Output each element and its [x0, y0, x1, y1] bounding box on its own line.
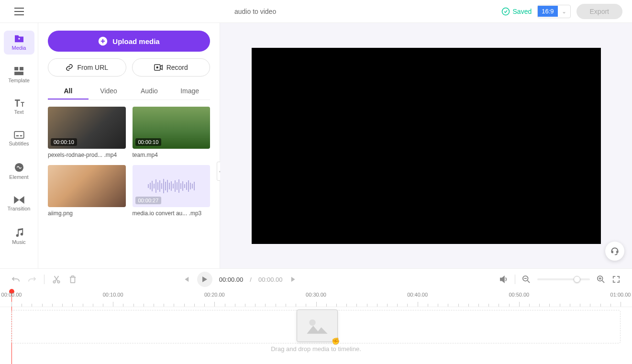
transition-icon: [14, 196, 24, 204]
ruler-label: 00:30.00: [306, 292, 326, 298]
nav-template[interactable]: Template: [4, 63, 34, 87]
chevron-down-icon: ⌄: [558, 8, 570, 15]
saved-status: Saved: [501, 7, 532, 16]
svg-point-9: [53, 281, 55, 283]
ruler-label: 00:40.00: [407, 292, 428, 298]
svg-point-10: [57, 281, 59, 283]
template-icon: [14, 67, 24, 76]
menu-button[interactable]: [0, 8, 38, 15]
record-button[interactable]: Record: [132, 58, 211, 77]
timeline-drop-zone[interactable]: ✊: [11, 310, 621, 343]
svg-point-0: [502, 8, 509, 15]
tab-audio[interactable]: Audio: [129, 83, 170, 99]
play-button[interactable]: [197, 272, 212, 287]
project-title[interactable]: audio to video: [234, 8, 276, 15]
text-icon: [14, 99, 24, 107]
ruler-label: 00:00.00: [1, 292, 22, 298]
upload-media-button[interactable]: Upload media: [48, 31, 210, 52]
tab-all[interactable]: All: [48, 83, 89, 99]
image-placeholder-icon: [305, 316, 329, 335]
svg-rect-3: [14, 72, 23, 75]
nav-transition[interactable]: Transition: [4, 192, 34, 215]
ruler-label: 01:00.00: [610, 292, 631, 298]
ruler-label: 00:20.00: [204, 292, 225, 298]
svg-rect-1: [14, 67, 18, 70]
folder-plus-icon: [14, 34, 24, 43]
svg-rect-4: [14, 132, 24, 138]
current-time: 00:00.00: [219, 276, 244, 283]
from-url-button[interactable]: From URL: [48, 58, 126, 77]
prev-frame-button[interactable]: [182, 275, 190, 284]
media-panel: Upload media From URL Record All Video A…: [38, 23, 220, 268]
headset-icon: [610, 246, 620, 256]
plus-circle-icon: [98, 36, 108, 46]
media-item[interactable]: 00:00:10 team.mp4: [133, 107, 211, 158]
drop-hint-text: Drag and drop media to timeline.: [11, 345, 621, 353]
volume-button[interactable]: [499, 275, 508, 284]
music-icon: [14, 228, 24, 237]
tab-video[interactable]: Video: [89, 83, 129, 99]
camera-icon: [154, 64, 163, 71]
waveform-icon: [148, 179, 195, 193]
media-item[interactable]: aiimg.png: [48, 165, 126, 217]
video-canvas[interactable]: [252, 48, 601, 244]
media-thumbnail: 00:00:10: [48, 107, 126, 149]
link-icon: [66, 64, 73, 71]
next-frame-button[interactable]: [289, 275, 298, 284]
timeline-ruler[interactable]: 00:00.0000:10.0000:20.0000:30.0000:40.00…: [0, 290, 632, 307]
media-thumbnail: [48, 165, 126, 207]
tab-image[interactable]: Image: [169, 83, 210, 99]
fullscreen-button[interactable]: [612, 275, 621, 284]
aspect-ratio-selector[interactable]: 16:9 ⌄: [537, 5, 570, 18]
zoom-in-button[interactable]: [597, 275, 605, 284]
redo-button[interactable]: [28, 275, 36, 284]
nav-element[interactable]: Element: [4, 159, 34, 184]
ruler-label: 00:10.00: [103, 292, 123, 298]
media-tabs: All Video Audio Image: [48, 83, 210, 100]
grab-cursor-icon: ✊: [332, 337, 340, 345]
element-icon: [14, 163, 24, 172]
cut-button[interactable]: [52, 275, 61, 284]
delete-button[interactable]: [68, 275, 77, 284]
total-time: 00:00.00: [258, 276, 283, 283]
ruler-label: 00:50.00: [509, 292, 529, 298]
media-thumbnail: 00:00:27: [133, 165, 211, 207]
export-button[interactable]: Export: [577, 4, 622, 19]
play-icon: [202, 276, 208, 283]
zoom-slider[interactable]: [537, 278, 590, 280]
timeline: 00:00.00 / 00:00.00 00:00.0000:10.0000:2…: [0, 268, 632, 364]
zoom-out-button[interactable]: [522, 275, 531, 284]
media-item[interactable]: 00:00:10 pexels-rodnae-prod... .mp4: [48, 107, 126, 158]
preview-area: [220, 23, 632, 268]
media-item[interactable]: 00:00:27 media.io convert au... .mp3: [133, 165, 211, 217]
svg-point-13: [309, 320, 315, 326]
undo-button[interactable]: [11, 275, 20, 284]
subtitles-icon: [14, 131, 24, 139]
nav-text[interactable]: Text: [4, 96, 34, 119]
nav-subtitles[interactable]: Subtitles: [4, 127, 34, 150]
nav-music[interactable]: Music: [4, 224, 34, 249]
nav-media[interactable]: Media: [4, 31, 34, 55]
svg-point-8: [156, 67, 158, 68]
svg-rect-2: [19, 67, 23, 70]
media-thumbnail: 00:00:10: [133, 107, 211, 149]
check-circle-icon: [501, 7, 510, 16]
left-nav: Media Template Text Subtitles Element Tr…: [0, 23, 38, 268]
help-button[interactable]: [605, 242, 624, 261]
